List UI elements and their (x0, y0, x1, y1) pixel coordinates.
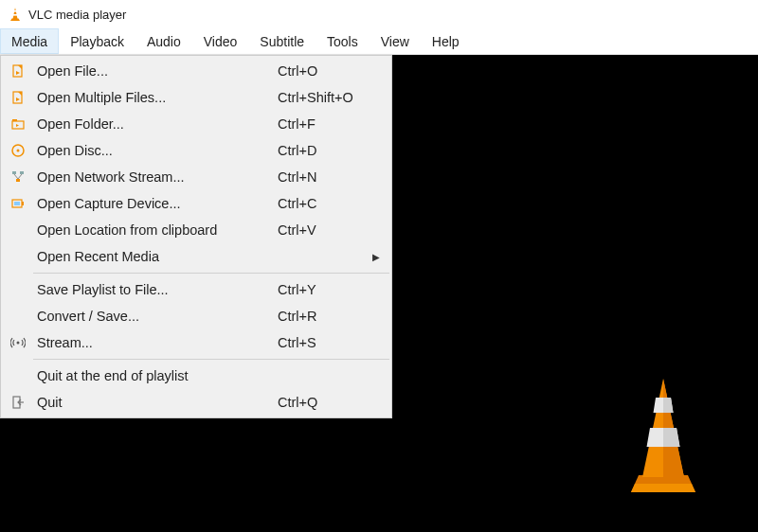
svg-marker-3 (10, 19, 20, 22)
menu-tools[interactable]: Tools (316, 28, 370, 54)
menu-item[interactable]: Open Capture Device...Ctrl+C (1, 190, 391, 217)
no-icon (5, 280, 31, 299)
no-icon (5, 221, 31, 239)
menu-item-label: Open Location from clipboard (31, 222, 278, 238)
svg-rect-26 (16, 179, 20, 182)
menu-item-label: Open Multiple Files... (31, 90, 278, 105)
menu-item-shortcut: Ctrl+S (278, 335, 372, 350)
svg-rect-1 (13, 10, 16, 12)
menu-item-shortcut: Ctrl+O (278, 63, 372, 79)
menubar: Media Playback Audio Video Subtitle Tool… (0, 28, 758, 55)
menu-subtitle[interactable]: Subtitle (248, 28, 316, 54)
no-icon (5, 366, 31, 385)
menu-item-shortcut: Ctrl+D (278, 143, 372, 158)
menu-item[interactable]: QuitCtrl+Q (1, 389, 391, 416)
menu-separator (33, 273, 389, 274)
svg-marker-17 (18, 92, 22, 96)
menu-item[interactable]: Open Recent Media▶ (1, 243, 391, 270)
svg-marker-14 (18, 65, 22, 69)
menu-media[interactable]: Media (0, 28, 59, 54)
menu-item[interactable]: Quit at the end of playlist (1, 363, 391, 389)
menu-item-label: Open Recent Media (31, 249, 278, 264)
svg-point-32 (17, 342, 20, 345)
capture-icon (5, 194, 31, 213)
svg-marker-18 (16, 98, 20, 101)
svg-marker-15 (16, 71, 20, 75)
svg-marker-0 (13, 8, 18, 19)
svg-rect-2 (13, 14, 17, 16)
menu-item-label: Open Disc... (31, 143, 278, 158)
menu-item[interactable]: Open Multiple Files...Ctrl+Shift+O (1, 84, 391, 111)
svg-line-28 (18, 174, 22, 179)
svg-rect-20 (12, 119, 17, 121)
folder-icon (5, 115, 31, 133)
menu-item-label: Save Playlist to File... (31, 282, 278, 297)
no-icon (5, 307, 31, 326)
svg-rect-24 (12, 171, 16, 174)
menu-item[interactable]: Open Network Stream...Ctrl+N (1, 164, 391, 190)
svg-point-23 (17, 150, 20, 152)
menu-playback[interactable]: Playback (59, 28, 135, 54)
menu-item-label: Quit (31, 395, 278, 410)
menu-video[interactable]: Video (192, 28, 249, 54)
menu-item[interactable]: Save Playlist to File...Ctrl+Y (1, 276, 391, 303)
menu-item[interactable]: Stream...Ctrl+S (1, 329, 391, 356)
disc-icon (5, 141, 31, 160)
menu-item-shortcut: Ctrl+N (278, 169, 372, 185)
menu-item-label: Open Folder... (31, 116, 278, 132)
menu-item-shortcut: Ctrl+F (278, 116, 372, 132)
stream-icon (5, 333, 31, 352)
file-icon (5, 62, 31, 80)
menu-item-shortcut: Ctrl+Q (278, 395, 372, 410)
svg-marker-21 (16, 124, 19, 127)
svg-rect-30 (14, 202, 20, 205)
menu-item-label: Open Network Stream... (31, 169, 278, 185)
svg-marker-12 (663, 428, 680, 447)
menu-view[interactable]: View (370, 28, 421, 54)
menu-item-shortcut: Ctrl+V (278, 222, 372, 238)
no-icon (5, 247, 31, 266)
menu-item-label: Open File... (31, 63, 278, 79)
network-icon (5, 168, 31, 186)
file-icon (5, 88, 31, 107)
menu-item-shortcut: Ctrl+Shift+O (278, 90, 372, 105)
quit-icon (5, 393, 31, 412)
svg-rect-31 (22, 202, 24, 205)
window-titlebar: VLC media player (0, 0, 758, 28)
menu-separator (33, 359, 389, 360)
svg-line-27 (14, 174, 18, 179)
menu-item[interactable]: Open Folder...Ctrl+F (1, 111, 391, 137)
menu-item-label: Open Capture Device... (31, 196, 278, 211)
menu-item[interactable]: Convert / Save...Ctrl+R (1, 303, 391, 329)
svg-marker-10 (663, 398, 674, 413)
menu-item[interactable]: Open File...Ctrl+O (1, 58, 391, 84)
menu-help[interactable]: Help (421, 28, 471, 54)
window-title: VLC media player (28, 8, 126, 22)
media-dropdown-menu: Open File...Ctrl+OOpen Multiple Files...… (0, 55, 392, 418)
vlc-cone-logo (597, 371, 730, 504)
menu-audio[interactable]: Audio (135, 28, 192, 54)
svg-rect-25 (20, 171, 24, 174)
menu-item-shortcut: Ctrl+C (278, 196, 372, 211)
menu-item[interactable]: Open Location from clipboardCtrl+V (1, 217, 391, 243)
vlc-cone-icon (8, 7, 23, 22)
menu-item-label: Stream... (31, 335, 278, 350)
submenu-arrow-icon: ▶ (372, 252, 384, 262)
menu-item[interactable]: Open Disc...Ctrl+D (1, 137, 391, 164)
menu-item-label: Quit at the end of playlist (31, 368, 278, 383)
svg-marker-6 (631, 484, 695, 492)
menu-item-shortcut: Ctrl+Y (278, 282, 372, 297)
menu-item-label: Convert / Save... (31, 309, 278, 324)
menu-item-shortcut: Ctrl+R (278, 309, 372, 324)
